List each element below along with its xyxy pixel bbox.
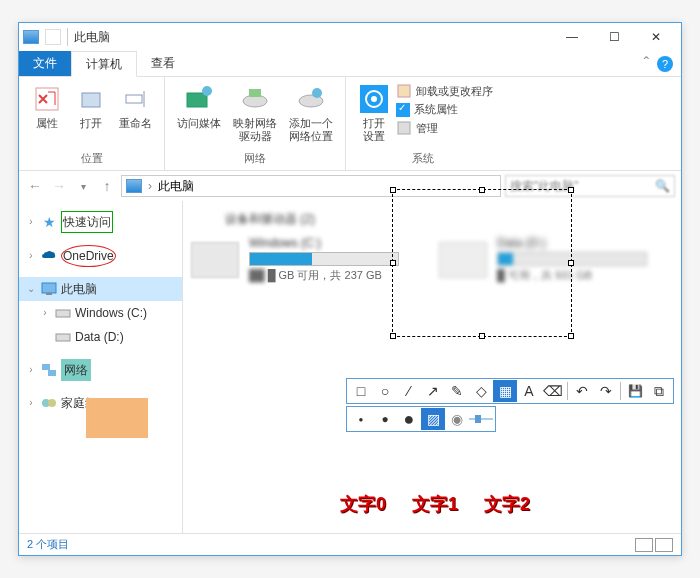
drive-item-d[interactable]: Data (D:) █ 可用，共 931 GB <box>439 236 647 283</box>
svg-rect-19 <box>42 364 50 370</box>
map-drive-button[interactable]: 映射网络 驱动器 <box>227 81 283 149</box>
open-settings-button[interactable]: 打开 设置 <box>352 81 396 149</box>
drive-usage-bar <box>497 252 647 266</box>
nav-drive-d[interactable]: Data (D:) <box>19 325 182 349</box>
window-controls: — ☐ ✕ <box>551 23 677 51</box>
tab-file[interactable]: 文件 <box>19 51 71 76</box>
open-button[interactable]: 打开 <box>69 81 113 149</box>
tool-undo-button[interactable]: ↶ <box>570 380 594 402</box>
tool-mosaic-button[interactable]: ▦ <box>493 380 517 402</box>
nav-onedrive[interactable]: › OneDrive <box>19 243 182 269</box>
search-input[interactable]: 搜索"此电脑" 🔍 <box>505 175 675 197</box>
cloud-icon <box>41 248 57 264</box>
close-button[interactable]: ✕ <box>635 23 677 51</box>
separator <box>67 28 68 46</box>
tool-marker-button[interactable]: ◇ <box>469 380 493 402</box>
system-properties-button[interactable]: ✓ 系统属性 <box>396 102 493 117</box>
manage-button[interactable]: 管理 <box>396 120 493 136</box>
group-label-network: 网络 <box>171 149 339 170</box>
body: ›★ 快速访问 › OneDrive ⌄ 此电脑 › Windows (C:) … <box>19 201 681 533</box>
tab-computer[interactable]: 计算机 <box>71 51 137 77</box>
navigation-pane: ›★ 快速访问 › OneDrive ⌄ 此电脑 › Windows (C:) … <box>19 201 183 533</box>
svg-rect-13 <box>398 85 410 97</box>
svg-point-5 <box>202 86 212 96</box>
nav-this-pc[interactable]: ⌄ 此电脑 <box>19 277 182 301</box>
star-icon: ★ <box>41 214 57 230</box>
svg-rect-4 <box>187 93 207 107</box>
nav-network[interactable]: › 网络 <box>19 357 182 383</box>
nav-drive-d-label: Data (D:) <box>75 327 124 347</box>
ribbon-group-network: 访问媒体 映射网络 驱动器 添加一个 网络位置 网络 <box>165 77 346 170</box>
svg-rect-2 <box>126 95 142 103</box>
nav-up-button[interactable]: ↑ <box>97 176 117 196</box>
text-label-1[interactable]: 文字1 <box>412 492 458 516</box>
nav-quick-access-label: 快速访问 <box>61 211 113 233</box>
minimize-button[interactable]: — <box>551 23 593 51</box>
add-network-location-button[interactable]: 添加一个 网络位置 <box>283 81 339 149</box>
mosaic-style-hatch[interactable]: ▨ <box>421 408 445 430</box>
brush-size-large[interactable]: ● <box>397 408 421 430</box>
nav-history-button[interactable]: ▾ <box>73 176 93 196</box>
address-bar[interactable]: › 此电脑 <box>121 175 501 197</box>
status-item-count: 2 个项目 <box>27 537 69 552</box>
drive-item-c[interactable]: Windows (C:) ██ █ GB 可用，共 237 GB <box>191 236 399 283</box>
view-icons-button[interactable] <box>655 538 673 552</box>
drive-icon <box>55 305 71 321</box>
view-details-button[interactable] <box>635 538 653 552</box>
nav-drive-c[interactable]: › Windows (C:) <box>19 301 182 325</box>
tab-view[interactable]: 查看 <box>137 51 189 76</box>
annotation-text-labels: 文字0 文字1 文字2 <box>340 492 530 516</box>
nav-back-button[interactable]: ← <box>25 176 45 196</box>
tool-rect-button[interactable]: □ <box>349 380 373 402</box>
explorer-window: 此电脑 — ☐ ✕ 文件 计算机 查看 ˆ ? 属性 打开 <box>18 22 682 556</box>
capture-toolbar-options: ● ● ● ▨ ◉ <box>346 406 496 432</box>
quick-access-toolbar <box>45 29 61 45</box>
svg-rect-16 <box>46 293 52 295</box>
tool-pencil-button[interactable]: ✎ <box>445 380 469 402</box>
pc-icon <box>126 179 142 193</box>
tool-eraser-button[interactable]: ⌫ <box>541 380 565 402</box>
maximize-button[interactable]: ☐ <box>593 23 635 51</box>
sysprops-label: 系统属性 <box>414 102 458 117</box>
drive-sub-d: █ 可用，共 931 GB <box>497 268 647 283</box>
drive-usage-bar <box>249 252 399 266</box>
uninstall-button[interactable]: 卸载或更改程序 <box>396 83 493 99</box>
group-label-location: 位置 <box>25 149 158 170</box>
svg-rect-24 <box>475 415 481 423</box>
properties-button[interactable]: 属性 <box>25 81 69 149</box>
tool-line-button[interactable]: ∕ <box>397 380 421 402</box>
text-label-2[interactable]: 文字2 <box>484 492 530 516</box>
titlebar: 此电脑 — ☐ ✕ <box>19 23 681 51</box>
drive-icon <box>55 329 71 345</box>
tool-text-button[interactable]: A <box>517 380 541 402</box>
rename-button[interactable]: 重命名 <box>113 81 158 149</box>
window-title: 此电脑 <box>74 29 110 46</box>
help-icon[interactable]: ? <box>657 56 673 72</box>
tool-arrow-button[interactable]: ↗ <box>421 380 445 402</box>
svg-rect-15 <box>42 283 56 293</box>
brush-size-medium[interactable]: ● <box>373 408 397 430</box>
ribbon-tabs: 文件 计算机 查看 ˆ ? <box>19 51 681 77</box>
nav-quick-access[interactable]: ›★ 快速访问 <box>19 209 182 235</box>
nav-forward-button[interactable]: → <box>49 176 69 196</box>
text-label-0[interactable]: 文字0 <box>340 492 386 516</box>
qat-item[interactable] <box>45 29 61 45</box>
collapse-ribbon-icon[interactable]: ˆ <box>644 55 649 73</box>
svg-point-12 <box>371 96 377 102</box>
brush-size-slider[interactable] <box>469 408 493 430</box>
drive-name-d: Data (D:) <box>497 236 647 250</box>
mosaic-style-blur[interactable]: ◉ <box>445 408 469 430</box>
svg-point-9 <box>312 88 322 98</box>
brush-size-small[interactable]: ● <box>349 408 373 430</box>
nav-this-pc-label: 此电脑 <box>61 279 97 299</box>
svg-rect-17 <box>56 310 70 317</box>
tool-save-button[interactable]: 💾 <box>623 380 647 402</box>
tool-redo-button[interactable]: ↷ <box>594 380 618 402</box>
tool-ellipse-button[interactable]: ○ <box>373 380 397 402</box>
capture-toolbar-main: □ ○ ∕ ↗ ✎ ◇ ▦ A ⌫ ↶ ↷ 💾 ⧉ <box>346 378 674 404</box>
drive-name-c: Windows (C:) <box>249 236 399 250</box>
tool-copy-button[interactable]: ⧉ <box>647 380 671 402</box>
svg-point-22 <box>48 399 56 407</box>
uninstall-label: 卸载或更改程序 <box>416 84 493 99</box>
access-media-button[interactable]: 访问媒体 <box>171 81 227 149</box>
